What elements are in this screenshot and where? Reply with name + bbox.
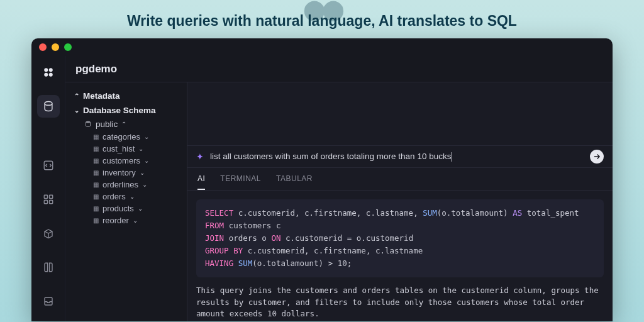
table-icon: ▦ [93, 157, 99, 164]
sidebar-table-orders[interactable]: ▦orders ⌄ [65, 191, 187, 203]
sidebar-item-schema[interactable]: ⌄ Database Schema [65, 103, 187, 118]
chevron-down-icon: ⌄ [138, 205, 143, 212]
sidebar-table-products[interactable]: ▦products ⌄ [65, 203, 187, 214]
svg-rect-7 [44, 201, 47, 204]
close-icon[interactable] [39, 43, 47, 51]
chevron-down-icon: ⌄ [138, 145, 143, 152]
table-name: orders [103, 192, 126, 201]
sidebar-item-metadata[interactable]: ⌃ Metadata [65, 89, 187, 103]
explanation-text: This query joins the customers and order… [187, 284, 613, 321]
sql-code-block: SELECT c.customerid, c.firstname, c.last… [196, 199, 604, 277]
sidebar-table-orderlines[interactable]: ▦orderlines ⌄ [65, 179, 187, 191]
metadata-label: Metadata [83, 91, 120, 101]
svg-point-9 [86, 121, 91, 123]
chevron-up-icon: ⌃ [74, 92, 79, 99]
tab-terminal[interactable]: TERMINAL [220, 168, 261, 190]
submit-button[interactable] [590, 150, 604, 164]
chevron-up-icon: ⌃ [121, 121, 126, 128]
svg-rect-5 [44, 195, 47, 198]
package-icon[interactable] [37, 222, 60, 245]
maximize-icon[interactable] [64, 43, 72, 51]
book-icon[interactable] [37, 256, 60, 279]
title-bar [31, 38, 613, 56]
database-mini-icon [84, 120, 92, 129]
svg-rect-8 [49, 201, 52, 204]
svg-rect-6 [49, 195, 52, 198]
chevron-down-icon: ⌄ [144, 157, 149, 164]
sidebar-table-reorder[interactable]: ▦reorder ⌄ [65, 214, 187, 226]
code-icon[interactable] [37, 154, 60, 177]
table-icon: ▦ [93, 145, 99, 152]
schema-label: Database Schema [83, 106, 156, 115]
table-name: products [103, 204, 134, 213]
database-icon[interactable] [37, 95, 60, 118]
svg-point-1 [48, 68, 52, 72]
chevron-down-icon: ⌄ [130, 193, 135, 200]
sidebar-table-inventory[interactable]: ▦inventory ⌄ [65, 167, 187, 179]
table-icon: ▦ [93, 205, 99, 212]
table-name: orderlines [103, 180, 138, 189]
chevron-down-icon: ⌄ [140, 169, 145, 176]
sparkle-icon: ✦ [196, 152, 204, 162]
table-name: inventory [103, 168, 136, 177]
table-icon: ▦ [93, 169, 99, 176]
dashboard-icon[interactable] [37, 188, 60, 211]
sidebar-item-public[interactable]: public ⌃ [65, 118, 187, 131]
sidebar-table-categories[interactable]: ▦categories ⌄ [65, 131, 187, 143]
chevron-down-icon: ⌄ [133, 217, 138, 224]
schema-name: public [96, 119, 118, 129]
table-name: cust_hist [103, 144, 135, 153]
table-icon: ▦ [93, 217, 99, 224]
chevron-down-icon: ⌄ [142, 181, 147, 188]
editor-empty-area [187, 82, 613, 146]
minimize-icon[interactable] [52, 43, 59, 51]
tab-ai[interactable]: AI [197, 168, 205, 190]
result-tabs: AI TERMINAL TABULAR [187, 168, 613, 191]
app-window: pgdemo ⌃ Metadata ⌄ Database Schema [31, 38, 613, 321]
schema-sidebar: ⌃ Metadata ⌄ Database Schema public ⌃ [65, 82, 187, 321]
sidebar-table-cust_hist[interactable]: ▦cust_hist ⌄ [65, 143, 187, 155]
prompt-input-row[interactable]: ✦ list all customers with sum of orders … [187, 146, 613, 167]
table-icon: ▦ [93, 133, 99, 140]
editor-pane: ✦ list all customers with sum of orders … [187, 82, 613, 321]
sidebar-table-customers[interactable]: ▦customers ⌄ [65, 155, 187, 167]
table-name: customers [103, 156, 140, 165]
table-icon: ▦ [93, 193, 99, 200]
tab-tabular[interactable]: TABULAR [276, 168, 313, 190]
svg-point-3 [48, 73, 52, 77]
chevron-down-icon: ⌄ [74, 107, 79, 114]
table-icon: ▦ [93, 181, 99, 188]
table-name: reorder [103, 216, 129, 225]
prompt-text[interactable]: list all customers with sum of orders to… [210, 152, 590, 162]
app-logo-icon[interactable] [37, 61, 60, 84]
decorative-dots: ⬤⬤ [303, 0, 341, 21]
icon-rail [31, 56, 65, 321]
connection-title: pgdemo [65, 56, 613, 82]
table-name: categories [103, 132, 140, 142]
inbox-icon[interactable] [37, 290, 60, 313]
svg-point-2 [44, 73, 48, 77]
chevron-down-icon: ⌄ [144, 133, 149, 140]
svg-point-0 [44, 68, 48, 72]
